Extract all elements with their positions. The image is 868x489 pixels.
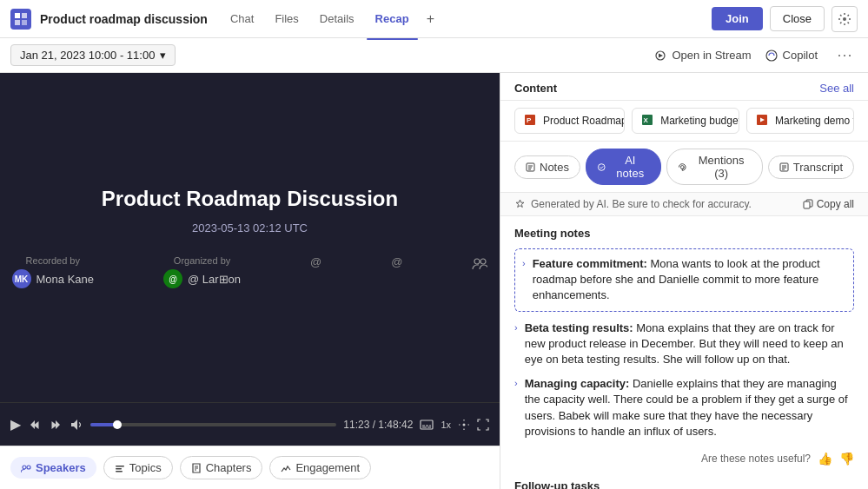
content-title-label: Content: [514, 82, 557, 95]
open-in-stream-link[interactable]: Open in Stream: [654, 49, 751, 62]
tab-chat[interactable]: Chat: [222, 7, 262, 30]
transcript-icon: [779, 162, 789, 172]
subtitlebar-right: Open in Stream Copilot: [654, 43, 858, 69]
play-button[interactable]: ▶: [10, 416, 21, 433]
subtitlebar: Jan 21, 2023 10:00 - 11:00 ▾ Open in Str…: [0, 38, 868, 73]
date-time-button[interactable]: Jan 21, 2023 10:00 - 11:00 ▾: [10, 44, 176, 66]
thumbs-down-icon[interactable]: 👎: [839, 452, 854, 466]
note-chevron-feature[interactable]: ›: [522, 258, 526, 268]
captions-button[interactable]: [420, 418, 434, 432]
tab-files[interactable]: Files: [266, 7, 307, 30]
content-card-ppt[interactable]: P Product Roadmap...: [514, 108, 625, 134]
note-item-beta: › Beta testing results: Mona explains th…: [514, 320, 854, 368]
content-card-stream[interactable]: Marketing demo f...: [746, 108, 854, 134]
notes-tab-mentions[interactable]: Mentions (3): [666, 149, 763, 185]
recorded-by-meta: Recorded by MK Mona Kane: [12, 255, 95, 288]
powerpoint-icon: P: [524, 114, 538, 128]
titlebar-actions: Join Close: [712, 6, 858, 32]
engagement-tab[interactable]: Engagement: [269, 456, 371, 479]
content-card-excel[interactable]: X Marketing budget...: [632, 108, 739, 134]
tab-add[interactable]: +: [421, 8, 440, 30]
svg-point-4: [843, 17, 846, 21]
note-chevron-beta[interactable]: ›: [514, 322, 518, 333]
progress-dot: [113, 420, 122, 429]
video-meta: Recorded by MK Mona Kane Organized by @ …: [12, 255, 488, 288]
video-tabs: Speakers Topics Chapters: [0, 446, 500, 489]
settings-icon[interactable]: [832, 6, 858, 32]
tab-recap[interactable]: Recap: [367, 7, 418, 30]
speakers-meta: [472, 255, 487, 288]
chapters-tab[interactable]: Chapters: [180, 456, 263, 479]
svg-text:P: P: [527, 116, 532, 124]
notes-tab-icon: [526, 162, 535, 172]
notes-tab-notes[interactable]: Notes: [514, 155, 580, 179]
copilot-label: Copilot: [783, 49, 818, 62]
organized-by-label: Organized by: [174, 255, 230, 266]
copilot-icon: [765, 50, 778, 62]
svg-text:X: X: [644, 116, 649, 124]
main-content: Product Roadmap Discussion 2023-05-13 02…: [0, 73, 868, 489]
svg-rect-28: [804, 202, 810, 208]
note-text-capacity: Managing capacity: Danielle explains tha…: [525, 376, 854, 439]
meeting-notes-panel: Meeting notes › Feature commitment: Mona…: [500, 216, 868, 489]
svg-point-12: [463, 423, 466, 426]
open-in-stream-label: Open in Stream: [672, 49, 751, 62]
speakers-tab-icon: [21, 463, 31, 473]
at-meta-1: @: [310, 255, 321, 288]
svg-rect-15: [116, 466, 124, 467]
time-display: 11:23 / 1:48:42: [343, 419, 413, 431]
svg-point-14: [27, 466, 30, 469]
chapters-tab-icon: [191, 463, 202, 473]
forward-button[interactable]: [49, 418, 63, 432]
copy-icon: [803, 199, 813, 209]
follow-up-title: Follow-up tasks: [514, 479, 854, 489]
app-icon: [10, 9, 31, 30]
video-controls: ▶ 11:23 / 1:48:42 1x: [0, 402, 500, 446]
volume-button[interactable]: [70, 418, 83, 432]
notes-tabs: Notes AI notes Mentions (3): [500, 142, 868, 193]
thumbs-up-icon[interactable]: 👍: [818, 452, 832, 466]
note-chevron-capacity[interactable]: ›: [514, 378, 518, 388]
left-panel: Product Roadmap Discussion 2023-05-13 02…: [0, 73, 500, 489]
ai-notes-icon: [597, 162, 606, 172]
svg-rect-3: [22, 20, 27, 25]
topics-tab-icon: [115, 463, 125, 473]
join-button[interactable]: Join: [712, 7, 763, 30]
svg-rect-16: [116, 468, 122, 470]
progress-bar[interactable]: [90, 423, 336, 426]
at-icon-1: @: [310, 255, 321, 268]
speakers-icon: [472, 255, 487, 271]
note-text-beta: Beta testing results: Mona explains that…: [525, 320, 854, 368]
more-options-icon[interactable]: [832, 43, 858, 69]
note-text-feature: Feature commitment: Mona wants to look a…: [533, 256, 846, 304]
video-area: Product Roadmap Discussion 2023-05-13 02…: [0, 73, 500, 402]
topics-tab[interactable]: Topics: [103, 456, 173, 479]
date-time-label: Jan 21, 2023 10:00 - 11:00: [20, 49, 155, 62]
titlebar: Product roadmap discussion Chat Files De…: [0, 0, 868, 38]
svg-rect-7: [844, 55, 845, 56]
speakers-tab[interactable]: Speakers: [10, 457, 96, 479]
feedback-label: Are these notes useful?: [701, 453, 811, 465]
speed-button[interactable]: 1x: [441, 420, 451, 430]
copy-all-button[interactable]: Copy all: [803, 198, 854, 210]
video-date: 2023-05-13 02:12 UTC: [192, 221, 308, 235]
rewind-button[interactable]: [28, 418, 42, 432]
organized-by-meta: Organized by @ @ Lar⊞on: [163, 255, 241, 288]
settings-ctrl-button[interactable]: [458, 419, 470, 431]
see-all-link[interactable]: See all: [819, 82, 854, 95]
ai-notice-bar: Generated by AI. Be sure to check for ac…: [500, 193, 868, 216]
tab-details[interactable]: Details: [311, 7, 363, 30]
nav-tabs: Chat Files Details Recap +: [222, 7, 712, 30]
close-button[interactable]: Close: [770, 6, 825, 31]
notes-tab-transcript[interactable]: Transcript: [768, 155, 854, 179]
recorded-by-avatar: MK: [12, 269, 31, 288]
recorded-by-label: Recorded by: [26, 255, 80, 266]
video-title: Product Roadmap Discussion: [102, 187, 398, 211]
notes-tab-ai[interactable]: AI notes: [586, 149, 661, 185]
excel-card-label: Marketing budget...: [660, 115, 739, 127]
ellipsis-icon: [838, 49, 851, 63]
fullscreen-button[interactable]: [477, 419, 489, 431]
note-title-beta: Beta testing results:: [525, 321, 633, 334]
svg-rect-1: [22, 13, 27, 18]
copilot-link[interactable]: Copilot: [765, 49, 818, 62]
